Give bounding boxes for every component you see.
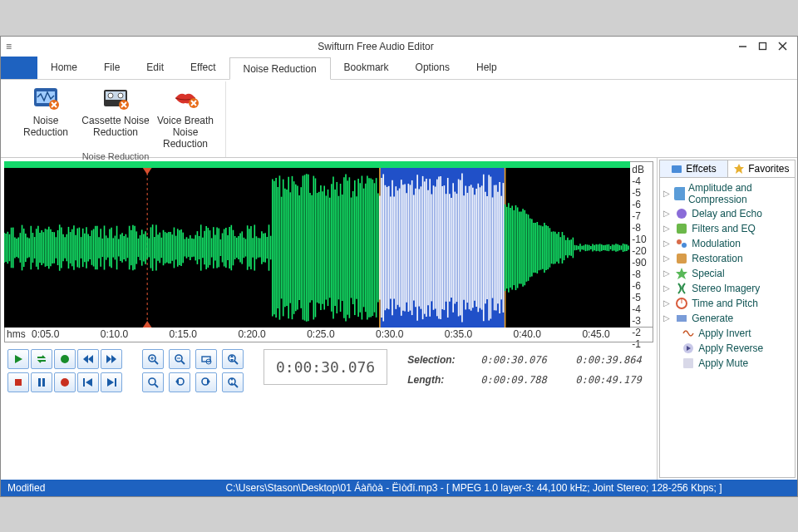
selection-end: 0:00:39.864 <box>575 354 650 366</box>
effects-tree[interactable]: ▷Amplitude and Compression ▷Delay and Ec… <box>659 178 796 478</box>
svg-line-411 <box>234 384 238 387</box>
tree-leaf-invert[interactable]: Apply Invert <box>662 326 793 341</box>
svg-point-11 <box>108 93 113 98</box>
svg-point-386 <box>61 378 69 387</box>
minimize-button[interactable] <box>732 38 752 55</box>
fast-forward-button[interactable] <box>101 349 122 369</box>
zoom-vertical-in-button[interactable] <box>222 349 244 369</box>
svg-line-405 <box>155 384 158 387</box>
tab-noise-reduction[interactable]: Noise Reduction <box>229 57 331 80</box>
cassette-icon <box>102 85 129 111</box>
svg-rect-19 <box>4 161 630 168</box>
play-selection-button[interactable] <box>54 349 76 369</box>
tree-group[interactable]: ▷Restoration <box>662 251 793 266</box>
tab-effect[interactable]: Effect <box>177 57 229 79</box>
svg-marker-389 <box>107 378 114 387</box>
svg-rect-414 <box>672 165 682 173</box>
time-pitch-icon <box>675 297 688 310</box>
svg-rect-383 <box>15 379 22 386</box>
main-pane: dB -4 -5 -6 -7 -8 -10 -20 -90 -8 -6 -5 -… <box>1 158 657 480</box>
favorites-icon <box>733 163 745 175</box>
zoom-selection-button[interactable] <box>195 349 217 369</box>
svg-line-392 <box>155 361 158 364</box>
svg-rect-421 <box>677 254 687 264</box>
tree-group[interactable]: ▷Amplitude and Compression <box>662 181 793 206</box>
loop-button[interactable] <box>31 349 52 369</box>
svg-marker-380 <box>88 355 93 363</box>
stop-button[interactable] <box>7 372 29 392</box>
play-button[interactable] <box>7 349 29 369</box>
cassette-noise-reduction-button[interactable]: Cassette Noise Reduction <box>81 81 150 150</box>
rewind-button[interactable] <box>77 349 99 369</box>
selection-start: 0:00:30.076 <box>480 354 555 366</box>
tree-group[interactable]: ▷Generate <box>662 311 793 326</box>
svg-rect-1 <box>759 43 766 50</box>
app-menu-icon[interactable]: ≡ <box>6 41 19 52</box>
svg-rect-390 <box>115 378 116 387</box>
close-button[interactable] <box>772 38 792 55</box>
length-value: 0:00:09.788 <box>480 374 555 386</box>
svg-marker-413 <box>230 382 234 385</box>
svg-marker-415 <box>734 164 744 174</box>
svg-point-420 <box>682 243 687 248</box>
noise-reduction-button[interactable]: Noise Reduction <box>11 81 81 150</box>
record-button[interactable] <box>54 372 76 392</box>
zoom-fit-button[interactable] <box>142 372 164 392</box>
zoom-vertical-out-button[interactable] <box>222 372 244 392</box>
svg-marker-377 <box>15 355 22 363</box>
zoom-out-button[interactable] <box>169 349 190 369</box>
svg-rect-416 <box>674 187 685 200</box>
length-label: Length: <box>407 374 461 386</box>
svg-rect-425 <box>677 315 687 322</box>
tree-group[interactable]: ▷Stereo Imagery <box>662 281 793 296</box>
svg-marker-381 <box>106 355 111 363</box>
tree-group[interactable]: ▷Filters and EQ <box>662 221 793 236</box>
svg-marker-412 <box>230 378 234 381</box>
tree-leaf-reverse[interactable]: Apply Reverse <box>662 341 793 356</box>
db-label: dB <box>632 164 651 175</box>
time-display: 0:00:30.076 <box>264 349 387 385</box>
modulation-icon <box>675 237 688 250</box>
zoom-controls <box>142 349 244 392</box>
status-modified: Modified <box>7 482 157 494</box>
go-end-button[interactable] <box>101 372 122 392</box>
svg-line-396 <box>181 361 185 364</box>
invert-icon <box>682 327 695 340</box>
zoom-right-button[interactable] <box>195 372 217 392</box>
svg-marker-379 <box>83 355 88 363</box>
tab-bookmark[interactable]: Bookmark <box>331 57 402 79</box>
voice-breath-noise-reduction-button[interactable]: Voice Breath Noise Reduction <box>150 81 220 150</box>
tree-group[interactable]: ▷Special <box>662 266 793 281</box>
pause-button[interactable] <box>31 372 52 392</box>
maximize-button[interactable] <box>752 38 772 55</box>
svg-rect-418 <box>677 224 687 234</box>
waveform-canvas[interactable] <box>4 161 630 328</box>
selection-info: Selection: 0:00:30.076 0:00:39.864 Lengt… <box>407 349 650 386</box>
tab-home[interactable]: Home <box>37 57 91 79</box>
tab-file[interactable]: File <box>91 57 133 79</box>
filters-icon <box>675 222 688 235</box>
tab-options[interactable]: Options <box>402 57 463 79</box>
timeline-unit: hms <box>7 328 32 340</box>
go-start-button[interactable] <box>77 372 99 392</box>
svg-point-404 <box>149 378 155 385</box>
tree-group[interactable]: ▷Time and Pitch <box>662 296 793 311</box>
tree-group[interactable]: ▷Delay and Echo <box>662 206 793 221</box>
side-tab-effects[interactable]: Effcets <box>660 160 727 177</box>
special-icon <box>675 267 688 280</box>
zoom-left-button[interactable] <box>169 372 190 392</box>
side-tab-favorites[interactable]: Favorites <box>728 160 795 177</box>
transport <box>7 349 122 392</box>
waveform-area: dB -4 -5 -6 -7 -8 -10 -20 -90 -8 -6 -5 -… <box>4 161 653 328</box>
tree-group[interactable]: ▷Modulation <box>662 236 793 251</box>
work-area: dB -4 -5 -6 -7 -8 -10 -20 -90 -8 -6 -5 -… <box>1 158 797 480</box>
tab-edit[interactable]: Edit <box>133 57 177 79</box>
titlebar: ≡ Swifturn Free Audio Editor <box>1 37 797 57</box>
effects-icon <box>671 163 682 175</box>
side-panel: Effcets Favorites ▷Amplitude and Compres… <box>657 158 797 480</box>
zoom-in-button[interactable] <box>142 349 164 369</box>
tree-leaf-mute[interactable]: Apply Mute <box>662 356 793 371</box>
tab-help[interactable]: Help <box>463 57 510 79</box>
timeline[interactable]: hms 0:05.0 0:10.0 0:15.0 0:20.0 0:25.0 0… <box>4 328 653 342</box>
reverse-icon <box>682 342 695 355</box>
